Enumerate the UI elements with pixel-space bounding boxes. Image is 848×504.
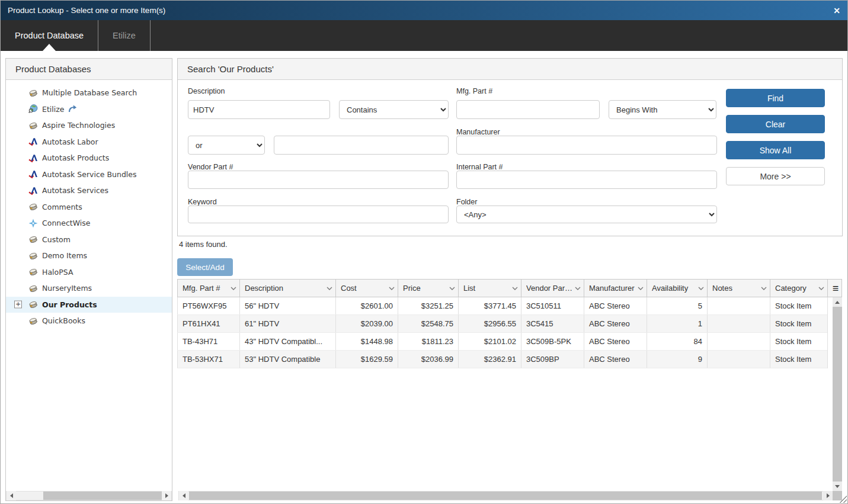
expand-plus-icon[interactable]: +	[14, 301, 22, 309]
sidebar-item-label: NurseryItems	[42, 284, 92, 293]
triangle-right-icon	[165, 493, 168, 498]
sidebar-item-label: Comments	[42, 203, 82, 211]
column-header-price[interactable]: Price	[398, 280, 458, 297]
table-horizontal-scrollbar[interactable]	[178, 491, 842, 500]
cell-notes	[707, 315, 770, 332]
scroll-right-button[interactable]	[823, 491, 833, 500]
sidebar-item-halopsa[interactable]: HaloPSA	[6, 264, 172, 281]
table-row[interactable]: PT61HX4161" HDTV$2039.00$2548.75$2956.55…	[177, 315, 827, 333]
logic-operator-select[interactable]: or	[188, 136, 265, 155]
tab-product-database[interactable]: Product Database	[1, 20, 98, 51]
close-icon[interactable]: ✕	[833, 7, 840, 15]
sidebar-item-autotask-products[interactable]: Autotask Products	[6, 150, 172, 166]
column-header-description[interactable]: Description	[239, 280, 335, 297]
folder-label: Folder	[456, 198, 477, 206]
sidebar-item-demo-items[interactable]: Demo Items	[6, 248, 172, 264]
column-header-list[interactable]: List	[458, 280, 521, 297]
chevron-down-icon[interactable]	[761, 287, 767, 290]
cell-cost: $2601.00	[335, 297, 398, 314]
find-button[interactable]: Find	[726, 89, 825, 107]
cell-list: $2101.02	[458, 333, 521, 350]
scrollbar-thumb[interactable]	[43, 492, 162, 500]
column-header-cost[interactable]: Cost	[335, 280, 398, 297]
sidebar-item-label: QuickBooks	[42, 316, 85, 325]
database-icon	[28, 202, 38, 211]
cell-category: Stock Item	[770, 297, 827, 314]
chevron-down-icon[interactable]	[512, 287, 518, 290]
table-body: PT56WXF9556" HDTV$2601.00$3251.25$3771.4…	[177, 297, 828, 368]
chevron-down-icon[interactable]	[698, 287, 704, 290]
chevron-down-icon[interactable]	[449, 287, 455, 290]
hamburger-menu-icon[interactable]: ≡	[833, 283, 839, 294]
internal-part-label: Internal Part #	[456, 163, 503, 171]
mfg-part-input[interactable]	[456, 100, 600, 119]
table-vertical-scrollbar[interactable]	[833, 297, 842, 491]
mfg-part-operator-select[interactable]: Begins With	[609, 100, 716, 119]
description-operator-select[interactable]: Contains	[339, 100, 449, 119]
cell-description: 53" HDTV Compatible	[239, 351, 335, 368]
chevron-down-icon[interactable]	[818, 287, 824, 290]
keyword-input[interactable]	[188, 206, 449, 223]
scroll-up-button[interactable]	[833, 297, 842, 307]
sidebar-item-our-products[interactable]: +Our Products	[6, 297, 172, 313]
sidebar-item-etilize[interactable]: Etilize	[6, 101, 172, 118]
cell-category: Stock Item	[770, 351, 827, 368]
tab-etilize[interactable]: Etilize	[98, 20, 151, 51]
sidebar-item-label: Autotask Service Bundles	[42, 170, 137, 179]
show-all-button[interactable]: Show All	[726, 141, 825, 159]
chevron-down-icon[interactable]	[389, 287, 395, 290]
chevron-down-icon[interactable]	[327, 287, 332, 290]
table-row[interactable]: TB-53HX7153" HDTV Compatible$1629.59$203…	[177, 351, 827, 368]
column-header-vendor-part[interactable]: Vendor Part #	[521, 280, 584, 297]
scroll-right-button[interactable]	[162, 491, 171, 500]
column-header-availability[interactable]: Availability	[647, 280, 707, 297]
sidebar-item-comments[interactable]: Comments	[6, 199, 172, 216]
sidebar-item-label: Autotask Labor	[42, 137, 98, 146]
description-or-input[interactable]	[274, 136, 449, 155]
manufacturer-input[interactable]	[456, 136, 717, 155]
sidebar-item-autotask-labor[interactable]: Autotask Labor	[6, 134, 172, 150]
table-row[interactable]: TB-43H7143" HDTV Compatibl...$1448.98$18…	[177, 333, 827, 351]
scroll-left-button[interactable]	[179, 491, 188, 500]
column-header-category[interactable]: Category	[770, 280, 827, 297]
sidebar-item-connectwise[interactable]: ConnectWise	[6, 215, 172, 232]
autotask-icon	[28, 153, 38, 163]
column-header-notes[interactable]: Notes	[707, 280, 770, 297]
sidebar-item-quickbooks[interactable]: QuickBooks	[6, 313, 172, 329]
sidebar-item-multiple-database-search[interactable]: Multiple Database Search	[6, 85, 172, 101]
clear-button[interactable]: Clear	[726, 115, 825, 133]
sidebar-item-label: Etilize	[42, 105, 64, 114]
sidebar-item-aspire-technologies[interactable]: Aspire Technologies	[6, 117, 172, 134]
column-header-mfg-part[interactable]: Mfg. Part #	[177, 280, 239, 297]
column-header-manufacturer[interactable]: Manufacturer	[584, 280, 647, 297]
column-menu-cell[interactable]: ≡	[827, 280, 842, 297]
table-row[interactable]: PT56WXF9556" HDTV$2601.00$3251.25$3771.4…	[177, 297, 827, 315]
database-icon	[28, 88, 38, 98]
vendor-part-input[interactable]	[188, 171, 449, 189]
sidebar-item-nurseryitems[interactable]: NurseryItems	[6, 280, 172, 297]
cell-notes	[707, 351, 770, 368]
sidebar-item-label: Autotask Services	[42, 186, 108, 195]
cell-price: $1811.23	[398, 333, 458, 350]
folder-select[interactable]: <Any>	[456, 206, 717, 223]
chevron-down-icon[interactable]	[575, 287, 581, 290]
sidebar-item-custom[interactable]: Custom	[6, 232, 172, 248]
select-add-button[interactable]: Select/Add	[177, 258, 233, 276]
scrollbar-thumb[interactable]	[189, 492, 822, 500]
cell-list: $2362.91	[458, 351, 521, 368]
more-button[interactable]: More >>	[726, 167, 825, 185]
scroll-left-button[interactable]	[7, 491, 16, 500]
description-input[interactable]	[188, 100, 330, 119]
internal-part-input[interactable]	[456, 171, 717, 189]
chevron-down-icon[interactable]	[638, 287, 644, 290]
scroll-down-button[interactable]	[833, 481, 842, 491]
sidebar-item-label: ConnectWise	[42, 219, 90, 227]
chevron-down-icon[interactable]	[231, 287, 236, 290]
autotask-icon	[28, 137, 38, 146]
sidebar-item-autotask-service-bundles[interactable]: Autotask Service Bundles	[6, 166, 172, 183]
table-header: Mfg. Part #DescriptionCostPriceListVendo…	[177, 279, 842, 297]
sidebar-item-label: Aspire Technologies	[42, 121, 115, 130]
sidebar-item-autotask-services[interactable]: Autotask Services	[6, 182, 172, 199]
sidebar-horizontal-scrollbar[interactable]	[6, 491, 172, 500]
cell-mfg-part: TB-53HX71	[177, 351, 239, 368]
